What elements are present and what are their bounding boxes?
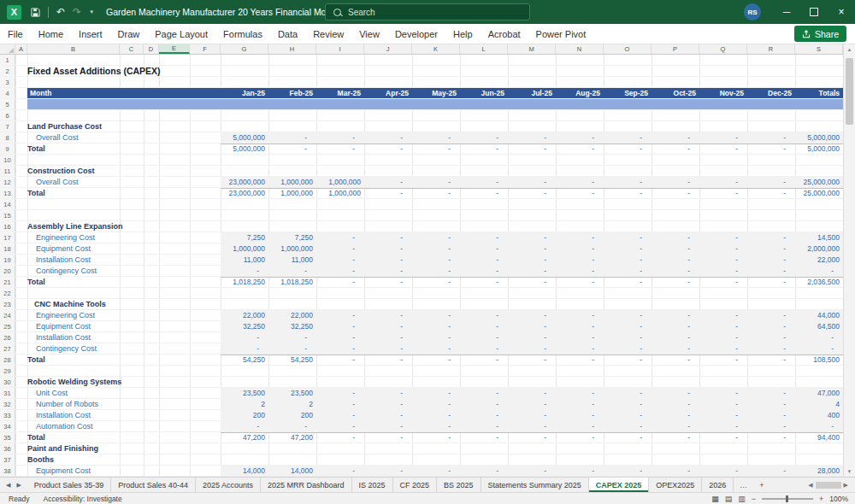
cell[interactable]: - bbox=[747, 177, 795, 187]
cell[interactable]: - bbox=[652, 132, 699, 143]
cell[interactable]: 32,250 bbox=[268, 321, 316, 331]
cell[interactable]: - bbox=[652, 321, 699, 331]
cell[interactable]: - bbox=[316, 399, 364, 409]
cell-total[interactable]: 28,000 bbox=[795, 466, 843, 476]
cell[interactable]: - bbox=[556, 232, 604, 243]
cell[interactable]: 200 bbox=[268, 410, 316, 420]
cell[interactable]: - bbox=[460, 332, 508, 343]
cell[interactable]: 2 bbox=[221, 399, 268, 409]
horizontal-scroll-thumb[interactable] bbox=[816, 482, 841, 489]
cell[interactable]: - bbox=[221, 266, 268, 276]
cell[interactable]: - bbox=[364, 232, 412, 243]
cell[interactable]: - bbox=[221, 421, 268, 431]
row-label[interactable]: Automation Cost bbox=[36, 421, 93, 431]
cell[interactable]: - bbox=[699, 466, 747, 476]
column-header-N[interactable]: N bbox=[556, 44, 604, 54]
row-header[interactable]: 1 bbox=[0, 55, 15, 65]
row-header[interactable]: 37 bbox=[0, 454, 15, 465]
cell[interactable]: - bbox=[508, 355, 556, 365]
cell[interactable]: - bbox=[747, 399, 795, 409]
cell-total[interactable]: 25,000,000 bbox=[795, 188, 843, 198]
cell[interactable]: - bbox=[652, 188, 699, 198]
row-label[interactable]: Installation Cost bbox=[36, 255, 91, 265]
cell[interactable]: - bbox=[604, 432, 652, 442]
cell[interactable]: - bbox=[699, 321, 747, 331]
row-header[interactable]: 2 bbox=[0, 66, 15, 76]
cell[interactable]: - bbox=[652, 355, 699, 365]
cell[interactable]: - bbox=[556, 321, 604, 331]
customize-toolbar-chevron-icon[interactable]: ▼ bbox=[89, 9, 94, 15]
cell[interactable]: - bbox=[699, 243, 747, 254]
cell[interactable]: - bbox=[747, 332, 795, 343]
cell[interactable]: - bbox=[508, 432, 556, 442]
row-label[interactable]: Total bbox=[27, 144, 45, 154]
cell[interactable]: - bbox=[316, 466, 364, 476]
column-header-C[interactable]: C bbox=[120, 44, 144, 54]
cell[interactable]: 23,000,000 bbox=[221, 188, 268, 198]
section-label[interactable]: Assembly Line Expansion bbox=[27, 221, 123, 231]
column-header-B[interactable]: B bbox=[27, 44, 120, 54]
row-header[interactable]: 28 bbox=[0, 355, 15, 365]
sheet-tab[interactable]: Statements Summary 2025 bbox=[481, 478, 589, 492]
cell[interactable]: - bbox=[604, 232, 652, 243]
cell[interactable]: - bbox=[316, 132, 364, 143]
column-header-A[interactable]: A bbox=[15, 44, 27, 54]
menu-item-review[interactable]: Review bbox=[305, 24, 351, 44]
cell[interactable]: - bbox=[652, 399, 699, 409]
row-header[interactable]: 9 bbox=[0, 144, 15, 154]
cell[interactable]: - bbox=[412, 388, 460, 398]
cell[interactable]: 47,200 bbox=[268, 432, 316, 442]
cell[interactable]: - bbox=[747, 310, 795, 320]
cell[interactable]: - bbox=[316, 266, 364, 276]
cell[interactable]: - bbox=[556, 132, 604, 143]
cell[interactable]: - bbox=[699, 388, 747, 398]
cell[interactable]: - bbox=[699, 277, 747, 287]
menu-item-view[interactable]: View bbox=[351, 24, 387, 44]
zoom-slider[interactable] bbox=[762, 498, 813, 500]
section-label[interactable]: Paint and Finishing bbox=[27, 443, 98, 454]
cell[interactable]: - bbox=[412, 355, 460, 365]
cell[interactable]: - bbox=[699, 421, 747, 431]
row-label[interactable]: Number of Robots bbox=[36, 399, 98, 409]
cell[interactable]: - bbox=[604, 255, 652, 265]
menu-item-home[interactable]: Home bbox=[31, 24, 71, 44]
cell[interactable]: - bbox=[747, 410, 795, 420]
sheet-tab[interactable]: Product Sales 35-39 bbox=[27, 478, 112, 492]
row-header[interactable]: 6 bbox=[0, 110, 15, 120]
cell[interactable]: 54,250 bbox=[221, 355, 268, 365]
cell[interactable]: - bbox=[412, 410, 460, 420]
cell[interactable]: - bbox=[747, 432, 795, 442]
column-header-O[interactable]: O bbox=[604, 44, 652, 54]
cell[interactable]: - bbox=[604, 243, 652, 254]
cell[interactable]: - bbox=[412, 466, 460, 476]
cell[interactable]: - bbox=[221, 332, 268, 343]
minimize-button[interactable]: ─ bbox=[773, 0, 800, 24]
select-all-corner[interactable] bbox=[0, 44, 15, 54]
cell[interactable]: - bbox=[747, 144, 795, 154]
cell[interactable]: - bbox=[556, 243, 604, 254]
cell[interactable]: - bbox=[412, 266, 460, 276]
cell-total[interactable]: 400 bbox=[795, 410, 843, 420]
cell[interactable]: - bbox=[652, 343, 699, 354]
cell[interactable]: - bbox=[460, 188, 508, 198]
cell[interactable]: - bbox=[412, 332, 460, 343]
sheet-tab[interactable]: CF 2025 bbox=[393, 478, 438, 492]
cell[interactable]: - bbox=[699, 177, 747, 187]
zoom-slider-thumb[interactable] bbox=[786, 495, 788, 502]
cell[interactable]: - bbox=[316, 421, 364, 431]
cell[interactable]: - bbox=[364, 388, 412, 398]
cell[interactable]: - bbox=[268, 421, 316, 431]
cell-total[interactable]: 108,500 bbox=[795, 355, 843, 365]
cell[interactable]: - bbox=[364, 332, 412, 343]
cell[interactable]: 23,500 bbox=[268, 388, 316, 398]
cell[interactable]: - bbox=[652, 388, 699, 398]
cell[interactable]: - bbox=[316, 144, 364, 154]
cell-total[interactable]: - bbox=[795, 421, 843, 431]
row-header[interactable]: 24 bbox=[0, 310, 15, 320]
cell-total[interactable]: 94,400 bbox=[795, 432, 843, 442]
cell-total[interactable]: 64,500 bbox=[795, 321, 843, 331]
save-icon[interactable] bbox=[31, 8, 40, 17]
cell-total[interactable]: 44,000 bbox=[795, 310, 843, 320]
cell[interactable]: - bbox=[747, 355, 795, 365]
cell-total[interactable]: 2,000,000 bbox=[795, 243, 843, 254]
